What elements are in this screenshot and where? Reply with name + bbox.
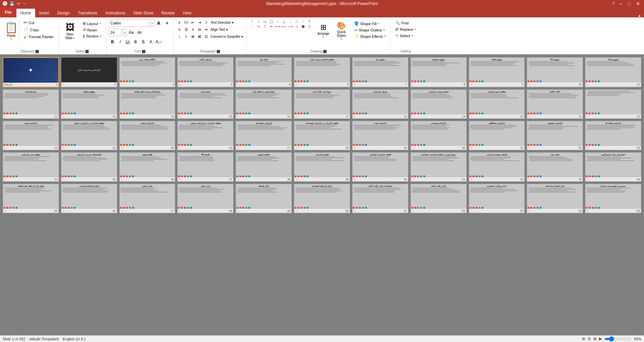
shape-heart[interactable]: ♡ — [300, 19, 306, 24]
numbering-btn[interactable]: ⑴ — [183, 19, 189, 25]
align-left-btn[interactable]: ≡ — [177, 26, 183, 32]
tab-design[interactable]: Design — [53, 9, 74, 17]
slide-thumb[interactable]: انواع بازارهای سازمانی☆46 — [61, 184, 117, 213]
slide-thumb[interactable]: نمودار نوین در فلسفه بازاریابی اجتماعی☆4… — [410, 152, 467, 182]
tab-animations[interactable]: Animations — [101, 9, 129, 17]
shape-hexagon[interactable]: ⬡ — [307, 24, 313, 29]
increase-indent-btn[interactable]: ⇥ — [197, 19, 203, 25]
slide-thumb[interactable]: شرایط مبادله☆12 — [3, 89, 59, 119]
shape-rect[interactable]: ▭ — [262, 19, 268, 24]
slide-thumb[interactable]: جایگاه و هدف درس☆3 — [119, 57, 176, 87]
font-color-btn[interactable]: A— ▾ — [155, 38, 163, 46]
slide-thumb[interactable]: شرایط لازم برای تحقق معامله☆14 — [119, 89, 176, 119]
shape-freeform[interactable]: ⤴ — [262, 24, 268, 29]
shape-bend-conn[interactable]: ⟵ — [281, 24, 287, 29]
slide-thumb[interactable]: ✦00:151 — [3, 57, 59, 87]
slide-thumb[interactable]: نمودار سه تعادل بازار☆17 — [294, 89, 350, 119]
slide-thumb[interactable]: بازاریابی تبدیلی☆23 — [3, 121, 59, 150]
underline-btn[interactable]: U ▾ — [124, 38, 132, 46]
shape-round-rect[interactable]: ▢ — [268, 19, 274, 24]
justify-btn[interactable]: ⊟ — [197, 26, 203, 32]
slide-thumb[interactable]: مفهوم نیاز☆7 — [352, 57, 408, 87]
font-size-dd[interactable]: ▾ — [123, 29, 127, 36]
slide-thumb[interactable]: چارچوب کتاب☆4 — [177, 57, 234, 87]
view-normal-btn[interactable]: ⊞ — [582, 337, 585, 341]
col-space-btn[interactable]: ⇔ — [203, 26, 209, 32]
arrange-button[interactable]: ⊞ Arrange ▾ — [315, 19, 332, 42]
tab-slideshow[interactable]: Slide Show — [129, 9, 157, 17]
slide-thumb[interactable]: بازاریابی همزمانی☆30 — [410, 121, 467, 150]
minimize-btn[interactable]: ─ — [618, 1, 624, 6]
copy-button[interactable]: 📄 Copy — [21, 26, 56, 33]
shape-diamond[interactable]: ◇ — [294, 24, 300, 29]
char-spacing-btn[interactable]: AV — [136, 29, 143, 36]
view-slideshow-btn[interactable]: ▶ — [599, 337, 602, 341]
add-remove-columns-btn[interactable]: ⫴ — [203, 19, 209, 25]
slides-launcher-icon[interactable]: ⬛ — [85, 50, 89, 53]
slide-thumb[interactable]: بازار رقابت کامل☆52 — [410, 184, 467, 213]
shape-effects-btn[interactable]: ✨ Shape Effects ▾ — [352, 33, 388, 39]
slide-thumb[interactable]: فلسفه بازاریابی☆39 — [294, 152, 350, 182]
layout-button[interactable]: ⊞ Layout ▾ — [81, 21, 103, 26]
shape-star[interactable]: ☆ — [294, 19, 300, 24]
shape-triangle[interactable]: △ — [281, 19, 287, 24]
slide-thumb[interactable]: بازاریابی محافظتی☆31 — [469, 121, 525, 150]
strikethrough-btn[interactable]: S — [132, 38, 139, 46]
uppercase-btn[interactable]: Aa — [128, 29, 135, 36]
undo-quick-btn[interactable]: ↩ — [16, 1, 21, 6]
slide-thumb[interactable]: فلسفه فروش☆38 — [236, 152, 292, 182]
shape-curve[interactable]: ∿ — [256, 24, 262, 29]
slide-thumb[interactable]: انواع بازار برای تصمیم گیری☆44 — [585, 152, 641, 182]
slide-thumb[interactable]: مفهوم کالا☆10 — [527, 57, 583, 87]
col-btn5[interactable]: ⊡ — [203, 33, 209, 39]
slide-thumb[interactable]: وظیفه بازاریاب در بازاریابی ترغیبی☆26 — [177, 121, 234, 150]
shape-elbow-conn[interactable]: ⟶ — [287, 24, 294, 29]
zoom-slider[interactable] — [604, 338, 631, 340]
slide-thumb[interactable]: بازاریابی ترغیبی☆25 — [119, 121, 176, 150]
italic-btn[interactable]: I — [117, 38, 124, 46]
slide-thumb[interactable]: انواع بازارهای اقتصادی☆50 — [294, 184, 350, 213]
slide-thumb[interactable]: وظایف مدیر بازاریابی☆20 — [469, 89, 525, 119]
shape-more-dd[interactable]: ▾ — [307, 19, 313, 24]
slide-thumb[interactable]: بازاریابی تضعیفی☆32 — [527, 121, 583, 150]
view-sorter-btn[interactable]: ⊟ — [588, 337, 591, 341]
font-decrease-btn[interactable]: A — [164, 19, 171, 27]
align-right-btn[interactable]: ≡ — [190, 26, 196, 32]
new-slide-button[interactable]: 🖼 New Slide ▾ — [61, 19, 79, 42]
shape-line1[interactable]: \ — [249, 19, 255, 24]
tab-insert[interactable]: Insert — [35, 9, 53, 17]
slide-thumb[interactable]: عوامل موثر بر تشکل بازار☆16 — [236, 89, 292, 119]
slide-thumb[interactable]: اهداف سیستم بازاریابی☆42 — [469, 152, 525, 182]
shape-outline-btn[interactable]: ▭ Shape Outline ▾ — [352, 27, 388, 33]
font-increase-btn[interactable]: A — [155, 19, 163, 27]
replace-button[interactable]: ⇄ Replace ▾ — [393, 26, 418, 32]
tab-file[interactable]: File — [0, 7, 16, 17]
font-size-input[interactable] — [109, 29, 122, 36]
slide-thumb[interactable]: بازاریابی و مدیریت بازار☆2 — [61, 57, 117, 87]
slide-thumb[interactable]: بازار انحصار چند جانبه☆54 — [527, 184, 583, 213]
slide-thumb[interactable]: فصل اول☆5 — [236, 57, 292, 87]
slide-thumb[interactable]: وظیفه بازاریاب در بازاریابی توسعه ای☆28 — [294, 121, 350, 150]
quick-styles-button[interactable]: 🎨 QuickStyles ▾ — [333, 19, 350, 42]
col-btn4[interactable]: ⊠ — [197, 33, 203, 39]
slide-thumb[interactable]: وظیفه بازاریاب در بازاریابی تبدیلی☆24 — [61, 121, 117, 150]
align-text-btn[interactable]: Align Text ▾ — [210, 27, 229, 32]
font-name-dd[interactable]: ▾ — [150, 19, 154, 27]
slide-thumb[interactable]: جدیدترین تقسیم بندی بازارها☆55 — [585, 184, 641, 213]
bullets-btn[interactable]: ≡ — [177, 19, 183, 25]
slide-thumb[interactable]: فلسفه بازاریابی اجتماعی☆40 — [352, 152, 408, 182]
decrease-indent-btn[interactable]: ⇤ — [190, 19, 196, 25]
reset-button[interactable]: ↺ Reset — [81, 27, 103, 33]
slide-thumb[interactable]: فصل دوم☆43 — [527, 152, 583, 182]
tab-view[interactable]: View — [179, 9, 195, 17]
slide-thumb[interactable]: فلسفه تولید☆36 — [119, 152, 176, 182]
format-painter-button[interactable]: 🖌 Format Painter — [21, 33, 56, 40]
paste-button[interactable]: 📋 Paste ▾ — [3, 19, 19, 42]
slide-thumb[interactable]: تعریف بازاریابی☆18 — [352, 89, 408, 119]
shape-arc[interactable]: ⌒ — [249, 24, 255, 29]
find-button[interactable]: 🔍 Find — [393, 20, 410, 26]
slide-thumb[interactable]: مفهوم تقاضا☆9 — [469, 57, 525, 87]
slide-thumb[interactable]: بازار دولتی☆48 — [177, 184, 234, 213]
font-name-input[interactable] — [109, 19, 149, 27]
shape-scribble[interactable]: ✏ — [268, 24, 274, 29]
